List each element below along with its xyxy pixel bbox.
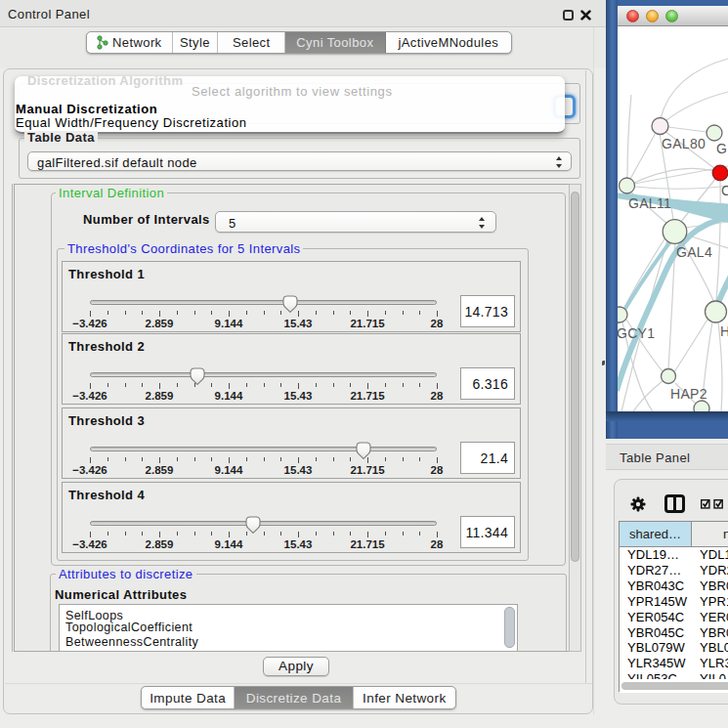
svg-text:GAL4: GAL4 — [676, 244, 712, 260]
svg-text:GAL11: GAL11 — [628, 195, 671, 211]
svg-text:GAL80: GAL80 — [662, 136, 706, 151]
svg-text:GCY1: GCY1 — [618, 325, 655, 341]
svg-text:H: H — [720, 323, 728, 339]
svg-text:HAP2: HAP2 — [670, 386, 707, 402]
svg-text:G.: G. — [716, 141, 728, 156]
svg-text:C: C — [721, 183, 728, 198]
